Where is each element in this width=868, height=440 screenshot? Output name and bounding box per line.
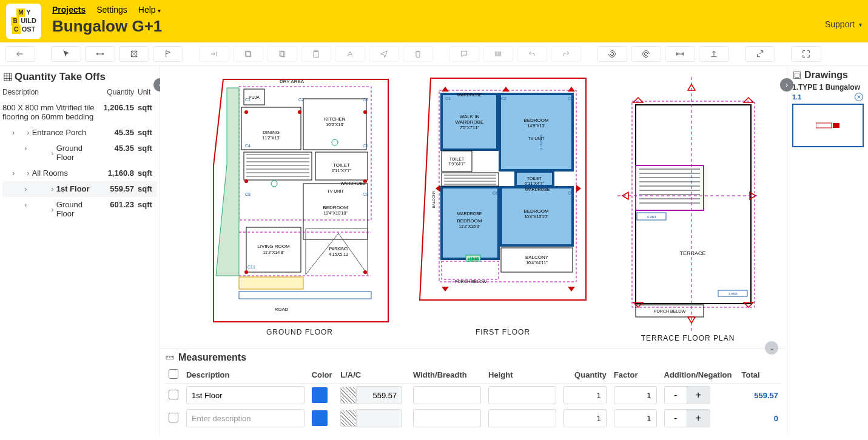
nav-settings[interactable]: Settings <box>96 5 127 15</box>
plan-ground-floor[interactable]: DINING 11'2"X13' KITCHEN 10'0"X13' PUJA … <box>209 75 391 345</box>
svg-marker-89 <box>442 87 449 92</box>
svg-text:WARDROBE: WARDROBE <box>456 119 484 125</box>
svg-text:BALCONY: BALCONY <box>432 191 436 208</box>
lac-type-icon[interactable] <box>340 410 356 427</box>
redo-button[interactable] <box>551 46 581 62</box>
plan-label-ground: GROUND FLOOR <box>209 328 391 336</box>
drawing-thumbnail[interactable] <box>792 104 864 147</box>
row-lac-input[interactable] <box>356 386 402 404</box>
ruler-icon <box>165 353 175 362</box>
tool-text[interactable] <box>335 46 365 62</box>
row-factor-input[interactable] <box>614 386 657 404</box>
qto-row[interactable]: Ground Floor601.23sqft <box>2 197 157 222</box>
svg-rect-87 <box>442 261 499 279</box>
svg-point-40 <box>363 110 367 114</box>
svg-rect-20 <box>244 152 312 180</box>
back-button[interactable] <box>5 46 35 62</box>
row-width-input[interactable] <box>413 409 481 427</box>
addition-button[interactable]: + <box>687 387 710 404</box>
svg-text:C1: C1 <box>445 96 451 101</box>
svg-text:4.063: 4.063 <box>647 215 656 219</box>
tool-delete[interactable] <box>403 46 433 62</box>
close-sheet-icon[interactable]: × <box>855 93 863 101</box>
tool-paste[interactable] <box>301 46 331 62</box>
app-logo: MY BUILD COST <box>6 4 41 39</box>
qto-row[interactable]: All Rooms1,160.8sqft <box>2 165 157 181</box>
toolbar <box>0 42 868 66</box>
mh-h: Height <box>485 367 560 384</box>
fullscreen-button[interactable] <box>791 46 821 62</box>
export-button[interactable] <box>745 46 775 62</box>
tool-arrow-in[interactable] <box>199 46 229 62</box>
tool-send[interactable] <box>369 46 399 62</box>
mh-qty: Quantity <box>560 367 610 384</box>
svg-rect-123 <box>166 356 173 359</box>
nav-help[interactable]: Help <box>138 5 161 15</box>
qto-row[interactable]: 1st Floor559.57sqft <box>2 181 157 197</box>
svg-marker-31 <box>306 228 368 275</box>
svg-rect-125 <box>795 73 799 78</box>
nav-projects[interactable]: Projects <box>52 5 86 15</box>
row-factor-input[interactable] <box>614 409 657 427</box>
qto-header-desc: Description <box>2 88 98 96</box>
svg-text:7'9"X4'7": 7'9"X4'7" <box>448 162 465 166</box>
tool-barcode[interactable] <box>483 46 513 62</box>
svg-text:C6: C6 <box>363 144 368 148</box>
addition-button[interactable]: + <box>687 410 710 427</box>
plan-terrace[interactable]: 4.063 TERRACE PORCH BELOW 7.650 TERRACE … <box>615 75 761 345</box>
mh-total: Total <box>738 367 782 384</box>
svg-text:ROAD: ROAD <box>274 307 288 312</box>
drawings-title: Drawings <box>804 70 848 81</box>
tool-comment[interactable] <box>449 46 479 62</box>
tool-copy-stack[interactable] <box>267 46 297 62</box>
collapse-measurements-icon[interactable]: ⌄ <box>765 341 778 355</box>
upload-button[interactable] <box>699 46 729 62</box>
measurements-title: Measurements <box>178 352 246 363</box>
svg-rect-11 <box>239 87 371 220</box>
plan-label-terrace: TERRACE FLOOR PLAN <box>615 334 761 342</box>
svg-text:10'4"X10'10": 10'4"X10'10" <box>323 211 348 215</box>
svg-text:TERRACE: TERRACE <box>679 250 705 256</box>
select-all-checkbox[interactable] <box>169 369 178 379</box>
drawings-sheet[interactable]: 1.1 <box>792 93 801 101</box>
row-lac-input[interactable] <box>356 409 402 427</box>
row-description-input[interactable] <box>186 386 304 404</box>
row-checkbox[interactable] <box>169 390 178 399</box>
svg-text:10'4"X10'10": 10'4"X10'10" <box>524 215 548 219</box>
qto-row[interactable]: Ground Floor45.35sqft <box>2 141 157 165</box>
tool-area[interactable] <box>119 46 149 62</box>
rotate-ccw-button[interactable] <box>597 46 627 62</box>
row-description-input[interactable] <box>186 409 304 427</box>
row-color-swatch[interactable] <box>312 410 328 426</box>
svg-rect-126 <box>816 123 832 128</box>
support-menu[interactable]: Support <box>825 19 862 29</box>
row-checkbox[interactable] <box>169 413 178 422</box>
row-plus-minus: - + <box>664 386 710 404</box>
svg-text:BEDROOM: BEDROOM <box>523 118 549 123</box>
tool-flag[interactable] <box>153 46 183 62</box>
plan-first-floor[interactable]: WALK IN WARDROBE 7'5"X7'11" BEDROOM 14'9… <box>415 75 591 345</box>
row-qty-input[interactable] <box>564 386 607 404</box>
rotate-cw-button[interactable] <box>631 46 661 62</box>
qto-row[interactable]: Entrance Porch45.35sqft <box>2 125 157 141</box>
collapse-right-icon[interactable]: › <box>780 78 793 92</box>
negation-button[interactable]: - <box>665 410 688 427</box>
row-color-swatch[interactable] <box>312 387 328 403</box>
drawings-project[interactable]: 1.TYPE 1 Bungalow <box>792 83 863 92</box>
qto-panel: Quantity Take Offs Description Quantity … <box>0 66 160 436</box>
lac-type-icon[interactable] <box>340 387 356 404</box>
negation-button[interactable]: - <box>665 387 688 404</box>
row-qty-input[interactable] <box>564 409 607 427</box>
row-height-input[interactable] <box>488 386 556 404</box>
scale-button[interactable] <box>665 46 695 62</box>
svg-marker-92 <box>436 185 440 192</box>
qto-row[interactable]: 800 X 800 mm Vitrified tile flooring on … <box>2 100 157 125</box>
tool-copy[interactable] <box>233 46 263 62</box>
undo-button[interactable] <box>517 46 547 62</box>
row-width-input[interactable] <box>413 386 481 404</box>
tool-pointer[interactable] <box>51 46 81 62</box>
row-total: 0 <box>738 407 782 430</box>
tool-line[interactable] <box>85 46 115 62</box>
drawing-canvas[interactable]: DINING 11'2"X13' KITCHEN 10'0"X13' PUJA … <box>160 66 787 436</box>
row-height-input[interactable] <box>488 409 556 427</box>
